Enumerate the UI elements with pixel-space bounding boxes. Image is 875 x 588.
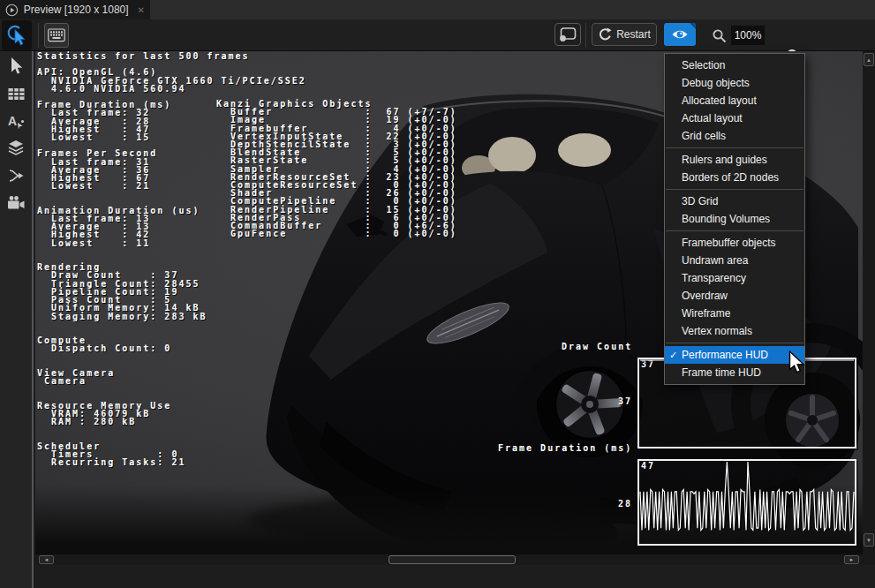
draw-count-chart-title: Draw Count xyxy=(562,343,632,351)
menu-item-grid-cells[interactable]: Grid cells xyxy=(665,127,804,145)
grid-tool-button[interactable] xyxy=(3,84,29,103)
dropdown-notch xyxy=(690,23,696,29)
menu-item-transparency[interactable]: Transparency xyxy=(665,269,804,287)
frame-duration-chart-title: Frame Duration (ms) xyxy=(498,444,632,452)
kanzi-preview-window: Preview [1920 x 1080] ✕ xyxy=(0,0,875,588)
title-bar: Preview [1920 x 1080] ✕ xyxy=(0,0,875,19)
vertical-scrollbar[interactable]: ▲ ▼ xyxy=(863,51,875,554)
table-icon xyxy=(7,87,26,102)
menu-item-label: Debug objects xyxy=(682,77,750,89)
menu-item-label: Transparency xyxy=(682,272,746,284)
toolbar-separator xyxy=(38,23,39,48)
toolbar-separator xyxy=(585,23,586,48)
preview-toolbar: Restart 100% xyxy=(0,19,875,51)
menu-item-overdraw[interactable]: Overdraw xyxy=(665,287,804,305)
menu-item-vertex-normals[interactable]: Vertex normals xyxy=(665,322,804,340)
keyboard-tool-button[interactable] xyxy=(44,23,69,48)
graphics-objects-stats: Kanzi Graphics Objects Buffer : 67 (+7/-… xyxy=(216,100,457,237)
text-translate-icon: A xyxy=(6,112,26,130)
menu-item-3d-grid[interactable]: 3D Grid xyxy=(665,192,804,210)
visualization-toggle-button[interactable] xyxy=(664,23,696,46)
menu-separator xyxy=(666,343,803,343)
layers-icon xyxy=(7,139,25,157)
menu-item-label: Framebuffer objects xyxy=(682,237,776,249)
display-icon xyxy=(558,26,577,42)
menu-item-label: Overdraw xyxy=(682,290,728,302)
tab-title: Preview [1920 x 1080] xyxy=(24,4,129,16)
menu-item-debug-objects[interactable]: Debug objects xyxy=(665,74,804,92)
menu-item-framebuffer-objects[interactable]: Framebuffer objects xyxy=(665,234,804,252)
scroll-right-button[interactable]: ► xyxy=(844,555,859,564)
menu-item-label: Bounding Volumes xyxy=(682,213,770,225)
eye-icon xyxy=(671,28,689,41)
scroll-up-button[interactable]: ▲ xyxy=(864,53,874,66)
mouse-cursor xyxy=(788,351,806,375)
menu-separator xyxy=(666,189,803,190)
video-camera-icon xyxy=(6,195,26,211)
interact-cursor-icon xyxy=(6,25,27,46)
preview-options-menu: SelectionDebug objectsAllocated layoutAc… xyxy=(664,53,805,385)
menu-item-label: Selection xyxy=(682,59,725,72)
menu-item-bounding-volumes[interactable]: Bounding Volumes xyxy=(665,210,804,228)
frame-duration-plot xyxy=(639,461,855,544)
scroll-left-button[interactable]: ◄ xyxy=(39,555,54,564)
preview-window-button[interactable] xyxy=(554,23,581,46)
keyboard-icon xyxy=(48,28,65,42)
draw-count-axis-label: 37 xyxy=(616,397,632,405)
close-icon[interactable]: ✕ xyxy=(138,5,145,15)
menu-item-undrawn-area[interactable]: Undrawn area xyxy=(665,252,804,269)
restart-button[interactable]: Restart xyxy=(592,23,657,46)
preview-tab[interactable]: Preview [1920 x 1080] ✕ xyxy=(0,0,150,19)
menu-item-label: Allocated layout xyxy=(682,94,757,107)
menu-item-actual-layout[interactable]: Actual layout xyxy=(665,109,804,127)
scroll-down-button[interactable]: ▼ xyxy=(864,533,874,547)
text-tool-button[interactable]: A xyxy=(3,111,29,131)
layers-tool-button[interactable] xyxy=(3,139,29,158)
checkmark-icon: ✓ xyxy=(665,350,682,361)
menu-item-wireframe[interactable]: Wireframe xyxy=(665,305,804,322)
menu-item-borders-of-2d-nodes[interactable]: Borders of 2D nodes xyxy=(665,169,804,186)
restart-icon xyxy=(598,27,612,41)
menu-item-label: Grid cells xyxy=(682,130,726,142)
state-tool-button[interactable] xyxy=(3,166,29,185)
scroll-up-icon: ▲ xyxy=(866,57,871,63)
menu-item-label: Vertex normals xyxy=(682,325,752,337)
camera-tool-button[interactable] xyxy=(3,193,29,213)
menu-item-rulers-and-guides[interactable]: Rulers and guides xyxy=(665,151,804,169)
menu-separator xyxy=(666,147,803,148)
select-tool-button[interactable] xyxy=(3,57,29,76)
menu-item-label: 3D Grid xyxy=(682,195,718,207)
menu-item-label: Actual layout xyxy=(682,112,743,124)
horizontal-scrollbar[interactable]: ◄ ► xyxy=(35,554,863,565)
scroll-down-icon: ▼ xyxy=(866,538,871,543)
menu-item-label: Borders of 2D nodes xyxy=(682,171,779,184)
zoom-level-value[interactable]: 100% xyxy=(731,26,765,45)
tool-sidebar: A xyxy=(0,51,34,588)
scrollbar-corner xyxy=(863,554,875,565)
menu-item-label: Frame time HUD xyxy=(682,366,761,379)
zoom-icon xyxy=(712,28,728,44)
horizontal-scrollbar-thumb[interactable] xyxy=(388,555,516,564)
menu-item-label: Performance HUD xyxy=(682,349,768,361)
menu-item-performance-hud[interactable]: ✓Performance HUD xyxy=(665,346,804,364)
menu-separator xyxy=(666,230,803,231)
menu-item-label: Wireframe xyxy=(682,307,730,320)
menu-item-selection[interactable]: Selection xyxy=(665,57,804,74)
frame-duration-axis-label: 28 xyxy=(616,500,632,508)
menu-item-label: Rulers and guides xyxy=(682,154,767,166)
frame-duration-chart: 47 xyxy=(637,459,856,546)
menu-item-label: Undrawn area xyxy=(682,254,748,267)
svg-text:A: A xyxy=(8,114,17,128)
play-icon xyxy=(5,4,19,17)
scroll-left-icon: ◄ xyxy=(44,557,49,562)
bottom-filler xyxy=(35,565,875,588)
restart-label: Restart xyxy=(616,28,651,41)
menu-item-allocated-layout[interactable]: Allocated layout xyxy=(665,92,804,109)
arrow-cursor-icon xyxy=(7,57,25,76)
scroll-right-icon: ► xyxy=(849,557,855,562)
interact-tool-button[interactable] xyxy=(2,20,32,50)
menu-item-frame-time-hud[interactable]: Frame time HUD xyxy=(665,364,804,381)
branch-merge-icon xyxy=(7,167,25,185)
